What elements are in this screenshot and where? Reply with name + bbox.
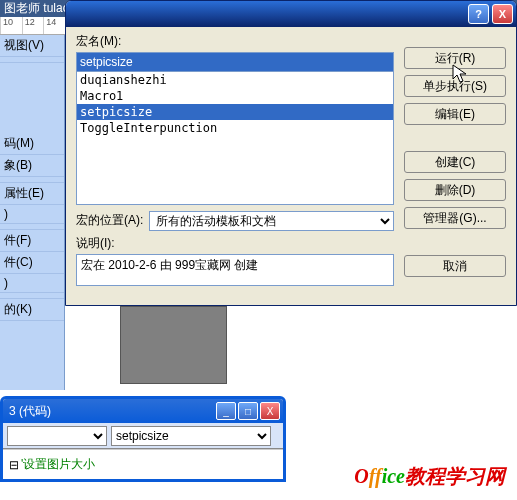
macro-name-input[interactable] bbox=[76, 52, 394, 72]
cancel-button[interactable]: 取消 bbox=[404, 255, 506, 277]
menu-view[interactable]: 视图(V) bbox=[0, 35, 64, 57]
code-area[interactable]: ⊟ '设置图片大小 bbox=[3, 449, 283, 479]
description-box: 宏在 2010-2-6 由 999宝藏网 创建 bbox=[76, 254, 394, 286]
ruler-mark: 12 bbox=[22, 17, 44, 34]
ruler-mark: 14 bbox=[43, 17, 65, 34]
menu-k[interactable]: 的(K) bbox=[0, 299, 64, 321]
description-label: 说明(I): bbox=[76, 235, 394, 252]
code-window-title: 3 (代码) bbox=[9, 403, 51, 420]
collapse-icon[interactable]: ⊟ bbox=[9, 458, 19, 472]
code-window-titlebar[interactable]: 3 (代码) _ □ X bbox=[3, 399, 283, 423]
menu-item[interactable]: ) bbox=[0, 274, 64, 293]
macro-list-item[interactable]: Macro1 bbox=[77, 88, 393, 104]
menu-properties[interactable]: 属性(E) bbox=[0, 183, 64, 205]
menu-file[interactable]: 件(F) bbox=[0, 230, 64, 252]
ruler: 10 12 14 bbox=[0, 17, 65, 35]
close-button[interactable]: X bbox=[492, 4, 513, 24]
code-comment: '设置图片大小 bbox=[21, 456, 95, 473]
menu-component[interactable]: 件(C) bbox=[0, 252, 64, 274]
dialog-titlebar[interactable]: ? X bbox=[66, 1, 516, 27]
macro-list[interactable]: duqianshezhi Macro1 setpicsize ToggleInt… bbox=[76, 71, 394, 205]
document-gray-area bbox=[120, 306, 227, 384]
delete-button[interactable]: 删除(D) bbox=[404, 179, 506, 201]
edit-button[interactable]: 编辑(E) bbox=[404, 103, 506, 125]
sidebar: 视图(V) 码(M) 象(B) 属性(E) ) 件(F) 件(C) ) 的(K) bbox=[0, 35, 65, 390]
code-toolbar: setpicsize bbox=[3, 423, 283, 449]
macro-name-label: 宏名(M): bbox=[76, 33, 394, 50]
organizer-button[interactable]: 管理器(G)... bbox=[404, 207, 506, 229]
macro-list-item[interactable]: ToggleInterpunction bbox=[77, 120, 393, 136]
close-button[interactable]: X bbox=[260, 402, 280, 420]
macro-list-item-selected[interactable]: setpicsize bbox=[77, 104, 393, 120]
macro-list-item[interactable]: duqianshezhi bbox=[77, 72, 393, 88]
ruler-mark: 10 bbox=[0, 17, 22, 34]
create-button[interactable]: 创建(C) bbox=[404, 151, 506, 173]
step-button[interactable]: 单步执行(S) bbox=[404, 75, 506, 97]
menu-object[interactable]: 象(B) bbox=[0, 155, 64, 177]
location-select[interactable]: 所有的活动模板和文档 bbox=[149, 211, 394, 231]
help-button[interactable]: ? bbox=[468, 4, 489, 24]
run-button[interactable]: 运行(R) bbox=[404, 47, 506, 69]
code-window: 3 (代码) _ □ X setpicsize ⊟ '设置图片大小 bbox=[0, 396, 286, 482]
minimize-button[interactable]: _ bbox=[216, 402, 236, 420]
menu-code[interactable]: 码(M) bbox=[0, 133, 64, 155]
location-label: 宏的位置(A): bbox=[76, 212, 143, 229]
site-logo: Office教程学习网 bbox=[354, 463, 505, 490]
maximize-button[interactable]: □ bbox=[238, 402, 258, 420]
macro-dialog: ? X 宏名(M): duqianshezhi Macro1 setpicsiz… bbox=[65, 0, 517, 306]
object-combo[interactable] bbox=[7, 426, 107, 446]
procedure-combo[interactable]: setpicsize bbox=[111, 426, 271, 446]
menu-item[interactable]: ) bbox=[0, 205, 64, 224]
